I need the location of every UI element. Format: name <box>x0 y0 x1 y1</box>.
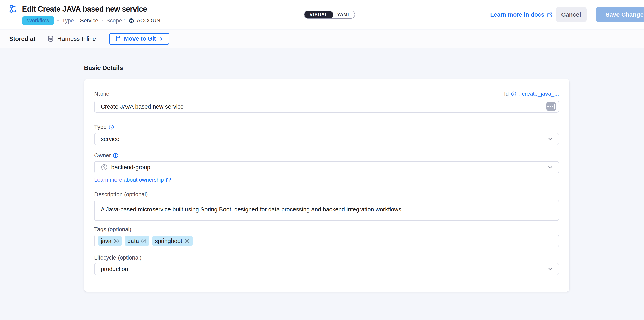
id-label: Id <box>504 90 509 97</box>
top-header: Edit Create JAVA based new service Workf… <box>0 0 644 29</box>
title-row: Edit Create JAVA based new service <box>9 4 147 14</box>
tag-chip-label: java <box>101 238 112 244</box>
meta-separator-dot <box>102 20 103 22</box>
workflow-badge: Workflow <box>22 16 54 25</box>
visual-yaml-toggle: VISUAL YAML <box>304 10 355 18</box>
inline-bucket-icon <box>47 36 54 42</box>
description-label: Description (optional) <box>94 191 148 198</box>
id-display: Id : create_java_... <box>504 90 559 97</box>
name-label: Name <box>94 90 110 97</box>
tag-remove-icon[interactable] <box>114 238 119 244</box>
scope-meta-value: ACCOUNT <box>137 18 164 24</box>
storage-type-label: Harness Inline <box>57 36 96 42</box>
info-icon[interactable] <box>511 91 516 97</box>
tags-label: Tags (optional) <box>94 226 132 232</box>
ownership-learn-more-link[interactable]: Learn more about ownership <box>94 177 171 183</box>
lifecycle-select[interactable]: production <box>94 263 559 275</box>
stored-at-label: Stored at <box>9 36 36 42</box>
ownership-link-label: Learn more about ownership <box>94 177 164 183</box>
lifecycle-label: Lifecycle (optional) <box>94 254 142 261</box>
basic-details-title: Basic Details <box>84 64 123 72</box>
inline-storage: Harness Inline <box>47 36 96 42</box>
workflow-icon <box>9 4 18 14</box>
type-select-value: service <box>101 136 119 142</box>
tag-remove-icon[interactable] <box>184 238 190 244</box>
page-title: Edit Create JAVA based new service <box>22 5 147 13</box>
move-to-git-button[interactable]: Move to Git <box>109 33 170 45</box>
description-textarea[interactable]: A Java-based microservice built using Sp… <box>94 200 559 221</box>
storage-bar: Stored at Harness Inline Move to Git <box>0 30 644 48</box>
info-icon[interactable] <box>113 153 118 158</box>
external-link-icon <box>166 178 171 183</box>
owner-label: Owner <box>94 152 118 158</box>
scope-meta: ACCOUNT <box>128 18 164 24</box>
tag-remove-icon[interactable] <box>141 238 146 244</box>
type-label-text: Type <box>94 124 106 130</box>
name-input[interactable] <box>94 100 559 113</box>
owner-select-value: backend-group <box>111 164 150 171</box>
docs-link-label: Learn more in docs <box>490 11 544 18</box>
tag-chip-label: data <box>128 238 139 244</box>
toggle-visual[interactable]: VISUAL <box>304 11 333 18</box>
chevron-down-icon <box>547 164 554 170</box>
tag-chip-label: springboot <box>155 238 182 244</box>
move-to-git-label: Move to Git <box>124 36 156 42</box>
layers-icon <box>128 18 135 24</box>
id-colon: : <box>518 90 520 97</box>
question-circle-icon <box>101 164 108 171</box>
owner-label-text: Owner <box>94 152 111 158</box>
id-value[interactable]: create_java_... <box>522 90 559 97</box>
info-icon[interactable] <box>108 124 114 130</box>
meta-separator-dot <box>57 20 59 22</box>
basic-details-card: Name Id : create_java_... Type service <box>84 79 569 292</box>
external-link-icon <box>547 12 552 18</box>
cancel-button[interactable]: Cancel <box>556 7 586 22</box>
toggle-yaml[interactable]: YAML <box>333 11 354 18</box>
type-label: Type <box>94 124 114 130</box>
type-meta-value: Service <box>80 18 98 24</box>
chevron-down-icon <box>547 136 554 142</box>
type-select[interactable]: service <box>94 133 559 145</box>
lifecycle-select-value: production <box>101 266 128 272</box>
save-changes-button[interactable]: Save Changes <box>596 7 644 22</box>
scope-meta-label: Scope : <box>106 18 125 24</box>
learn-more-docs-link[interactable]: Learn more in docs <box>490 11 552 18</box>
tag-chip: data <box>124 236 149 246</box>
tag-chip: java <box>98 236 122 246</box>
git-branch-icon <box>115 36 121 42</box>
owner-select[interactable]: backend-group <box>94 161 559 173</box>
tag-chip: springboot <box>152 236 192 246</box>
chevron-down-icon <box>547 266 554 272</box>
meta-row: Workflow Type : Service Scope : ACCOUNT <box>22 16 164 26</box>
expression-ellipsis-button[interactable] <box>546 102 556 111</box>
chevron-right-icon <box>159 36 164 42</box>
tags-input[interactable]: java data springboot <box>94 235 559 247</box>
type-meta-label: Type : <box>62 18 77 24</box>
